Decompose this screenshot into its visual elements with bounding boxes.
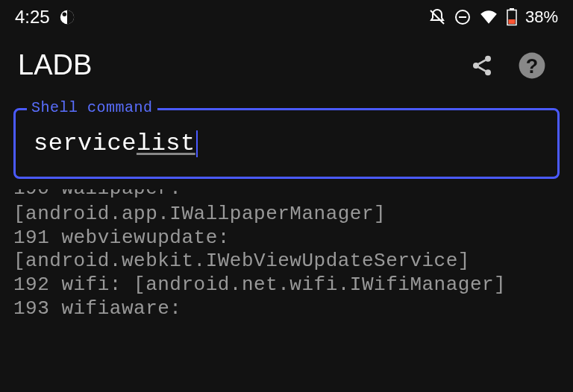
output-line: 191 webviewupdate: bbox=[13, 227, 560, 250]
svg-rect-7 bbox=[508, 19, 515, 24]
output-line: 190 wallpaper: bbox=[13, 189, 560, 203]
battery-percentage: 38% bbox=[525, 7, 558, 27]
notification-icon bbox=[59, 9, 75, 25]
output-line: 193 wifiaware: bbox=[13, 297, 560, 321]
svg-point-8 bbox=[485, 55, 491, 61]
share-icon[interactable] bbox=[470, 54, 494, 78]
wifi-icon bbox=[479, 9, 498, 25]
svg-text:?: ? bbox=[526, 54, 538, 77]
help-icon[interactable]: ? bbox=[518, 51, 546, 80]
header-actions: ? bbox=[470, 51, 555, 80]
output-line: 192 wifi: [android.net.wifi.IWifiManager… bbox=[13, 274, 560, 297]
text-cursor bbox=[196, 130, 198, 157]
shell-command-input[interactable]: service list bbox=[13, 108, 560, 179]
input-label: Shell command bbox=[27, 99, 157, 116]
shell-input-container: Shell command service list bbox=[13, 108, 560, 179]
do-not-disturb-icon bbox=[454, 8, 472, 26]
input-value-underlined: list bbox=[137, 130, 195, 157]
input-value-plain: service bbox=[34, 130, 137, 157]
status-right-group: 38% bbox=[428, 7, 558, 27]
input-text: service list bbox=[34, 130, 198, 157]
notifications-off-icon bbox=[428, 8, 446, 26]
app-title: LADB bbox=[18, 49, 92, 81]
svg-point-1 bbox=[62, 13, 66, 16]
status-time: 4:25 bbox=[15, 7, 50, 28]
status-bar: 4:25 bbox=[0, 0, 573, 31]
battery-icon bbox=[506, 8, 518, 26]
app-header: LADB ? bbox=[0, 31, 573, 99]
svg-point-10 bbox=[485, 69, 491, 75]
status-left-group: 4:25 bbox=[15, 7, 75, 28]
output-line: [android.app.IWallpaperManager] bbox=[13, 203, 560, 227]
shell-output[interactable]: 190 wallpaper: [android.app.IWallpaperMa… bbox=[0, 179, 573, 321]
svg-point-9 bbox=[473, 63, 479, 69]
output-line: [android.webkit.IWebViewUpdateService] bbox=[13, 250, 560, 274]
